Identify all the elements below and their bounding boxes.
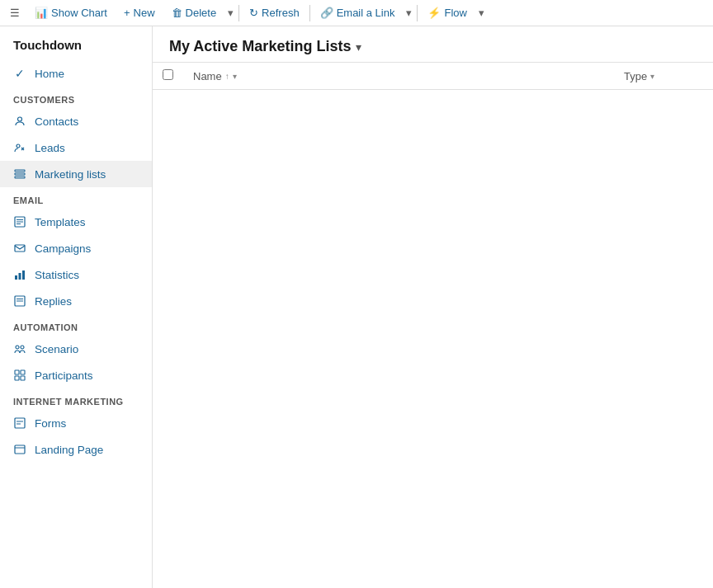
svg-rect-20: [15, 376, 19, 380]
hamburger-icon: ☰: [10, 7, 20, 19]
participants-label: Participants: [35, 369, 139, 382]
campaigns-label: Campaigns: [35, 242, 139, 255]
forms-label: Forms: [35, 417, 139, 430]
svg-rect-3: [15, 173, 25, 175]
data-table: Name ↑ ▾ Type ▾: [153, 63, 713, 90]
replies-label: Replies: [35, 295, 139, 308]
sidebar-section-email: Email: [0, 187, 152, 209]
sidebar-item-forms[interactable]: Forms: [0, 410, 152, 436]
sort-asc-icon[interactable]: ↑: [225, 72, 229, 81]
divider-1: [238, 5, 239, 21]
landing-page-icon: [13, 443, 26, 456]
name-filter-icon[interactable]: ▾: [233, 72, 237, 81]
svg-point-0: [18, 117, 22, 121]
flow-button[interactable]: ⚡ Flow: [419, 0, 475, 26]
col-name-label: Name: [193, 70, 222, 82]
templates-icon: [13, 215, 26, 228]
sidebar-item-scenario[interactable]: Scenario: [0, 336, 152, 362]
contacts-icon: [13, 115, 26, 128]
sidebar-item-home[interactable]: ✓ Home: [0, 60, 152, 87]
svg-rect-10: [15, 275, 17, 280]
sidebar-item-campaigns[interactable]: Campaigns: [0, 235, 152, 261]
new-label: New: [134, 7, 155, 19]
toolbar: ☰ 📊 Show Chart + New 🗑 Delete ▾ ↻ Refres…: [0, 0, 713, 26]
sidebar-item-landing-page[interactable]: Landing Page: [0, 436, 152, 463]
participants-icon: [13, 369, 26, 382]
show-chart-button[interactable]: 📊 Show Chart: [26, 0, 116, 26]
refresh-label: Refresh: [262, 7, 300, 19]
app-title: Touchdown: [0, 26, 152, 60]
scenario-icon: [13, 342, 26, 355]
trash-icon: 🗑: [172, 7, 182, 19]
campaigns-icon: [13, 242, 26, 255]
flow-label: Flow: [444, 7, 466, 19]
refresh-icon: ↻: [249, 7, 258, 19]
sidebar-item-replies[interactable]: Replies: [0, 288, 152, 314]
marketing-lists-label: Marketing lists: [35, 168, 139, 181]
col-name: Name ↑ ▾: [183, 63, 614, 90]
svg-rect-18: [15, 370, 19, 374]
svg-rect-2: [15, 170, 25, 172]
delete-label: Delete: [186, 7, 217, 19]
svg-rect-12: [22, 270, 25, 280]
flow-dropdown-button[interactable]: ▾: [475, 0, 488, 26]
main-layout: Touchdown ✓ Home Customers Contacts Lead…: [0, 26, 713, 588]
templates-label: Templates: [35, 216, 139, 228]
marketing-lists-icon: [13, 167, 26, 181]
sidebar-home-label: Home: [35, 68, 139, 80]
contacts-label: Contacts: [35, 115, 139, 128]
chart-icon: 📊: [35, 7, 48, 19]
sidebar-item-participants[interactable]: Participants: [0, 362, 152, 388]
flow-icon: ⚡: [427, 7, 441, 19]
sidebar-item-marketing-lists[interactable]: Marketing lists: [0, 161, 152, 187]
content-title-dropdown[interactable]: ▾: [356, 40, 361, 54]
landing-page-label: Landing Page: [35, 444, 139, 456]
content-title: My Active Marketing Lists: [169, 38, 351, 55]
col-type: Type ▾: [614, 63, 713, 90]
sidebar-section-internet-marketing: Internet Marketing: [0, 388, 152, 410]
col-type-label: Type: [624, 70, 647, 82]
statistics-icon: [13, 268, 26, 281]
check-icon: ✓: [13, 67, 26, 80]
refresh-button[interactable]: ↻ Refresh: [241, 0, 308, 26]
replies-icon: [13, 294, 26, 308]
content-area: My Active Marketing Lists ▾ Name ↑ ▾: [153, 26, 713, 588]
show-chart-label: Show Chart: [51, 7, 107, 19]
svg-point-16: [16, 346, 19, 349]
svg-point-1: [17, 144, 20, 148]
sidebar-item-contacts[interactable]: Contacts: [0, 108, 152, 134]
email-link-button[interactable]: 🔗 Email a Link: [312, 0, 404, 26]
svg-rect-22: [15, 418, 25, 428]
type-filter-icon[interactable]: ▾: [650, 72, 654, 81]
sidebar-item-templates[interactable]: Templates: [0, 209, 152, 235]
col-checkbox: [153, 63, 183, 90]
sidebar-item-statistics[interactable]: Statistics: [0, 261, 152, 288]
sidebar-section-customers: Customers: [0, 87, 152, 108]
new-button[interactable]: + New: [116, 0, 163, 26]
email-link-dropdown-button[interactable]: ▾: [403, 0, 415, 26]
svg-rect-9: [15, 245, 25, 252]
hamburger-button[interactable]: ☰: [3, 0, 26, 26]
delete-dropdown-button[interactable]: ▾: [224, 0, 237, 26]
forms-icon: [13, 416, 26, 430]
leads-label: Leads: [35, 142, 139, 154]
statistics-label: Statistics: [35, 269, 139, 281]
scenario-label: Scenario: [35, 343, 139, 355]
sidebar-section-automation: Automation: [0, 314, 152, 336]
divider-2: [309, 5, 310, 21]
select-all-checkbox[interactable]: [163, 69, 173, 80]
sidebar-item-leads[interactable]: Leads: [0, 134, 152, 161]
svg-rect-21: [21, 376, 25, 380]
svg-rect-4: [15, 176, 25, 178]
leads-icon: [13, 141, 26, 154]
svg-point-17: [21, 346, 24, 349]
content-header: My Active Marketing Lists ▾: [153, 26, 713, 63]
svg-rect-25: [15, 445, 25, 454]
delete-button[interactable]: 🗑 Delete: [163, 0, 225, 26]
plus-icon: +: [124, 7, 130, 19]
svg-rect-19: [21, 370, 25, 374]
email-link-label: Email a Link: [337, 7, 395, 19]
svg-rect-11: [19, 273, 21, 280]
table-container: Name ↑ ▾ Type ▾: [153, 63, 713, 588]
divider-3: [417, 5, 418, 21]
